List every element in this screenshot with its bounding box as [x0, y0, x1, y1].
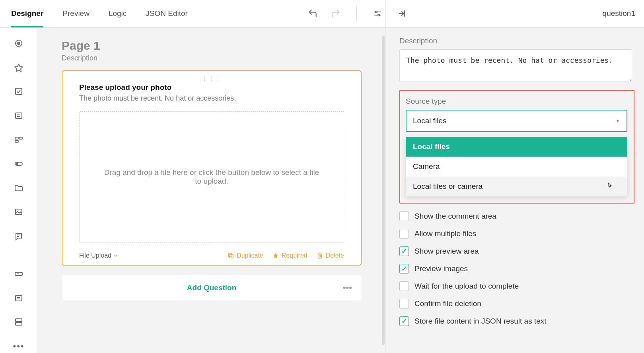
question-type-selector[interactable]: File Upload	[79, 252, 119, 259]
tool-tagbox[interactable]	[11, 133, 27, 147]
checkbox[interactable]	[399, 264, 409, 273]
duplicate-label: Duplicate	[237, 252, 263, 259]
checkbox-row[interactable]: Wait for the upload to complete	[399, 281, 634, 291]
add-question-button[interactable]: Add Question •••	[62, 275, 362, 301]
property-panel: Description Source type ▼ Local files Ca…	[385, 28, 644, 353]
option-local-files[interactable]: Local files	[406, 137, 627, 157]
question-card[interactable]: ⋮⋮⋮ Please upload your photo The photo m…	[62, 70, 362, 266]
dropdown-icon	[14, 111, 23, 120]
tool-multitext[interactable]	[11, 291, 27, 305]
separator	[356, 6, 357, 21]
redo-button[interactable]	[328, 6, 344, 21]
svg-marker-7	[15, 64, 23, 72]
page-description[interactable]: Description	[62, 54, 362, 62]
svg-rect-25	[16, 319, 22, 322]
question-title[interactable]: Please upload your photo	[79, 83, 344, 92]
checkbox-label: Store file content in JSON result as tex…	[414, 317, 547, 326]
top-bar: Designer Preview Logic JSON Editor quest…	[0, 0, 644, 28]
checkbox-label: Preview images	[414, 264, 468, 273]
duplicate-icon	[227, 252, 234, 259]
add-question-label: Add Question	[187, 283, 237, 292]
scrollbar[interactable]	[382, 36, 385, 345]
required-toggle[interactable]: Required	[272, 252, 307, 259]
star-icon	[14, 63, 23, 72]
tool-image[interactable]	[11, 205, 27, 219]
tool-comment[interactable]	[11, 229, 27, 243]
panel-icon	[14, 317, 23, 327]
redo-icon	[331, 8, 341, 19]
duplicate-button[interactable]: Duplicate	[227, 252, 263, 259]
tab-preview[interactable]: Preview	[62, 0, 89, 27]
checkbox[interactable]	[399, 229, 409, 239]
image-icon	[14, 207, 23, 217]
description-field-label: Description	[399, 37, 634, 45]
checkbox[interactable]	[399, 281, 409, 291]
checkbox-row[interactable]: Confirm file deletion	[399, 299, 634, 308]
dots-icon: •••	[13, 341, 24, 351]
checkbox[interactable]	[399, 211, 409, 221]
tool-singleinput[interactable]	[11, 267, 27, 281]
checkbox-row[interactable]: Show the comment area	[399, 211, 634, 221]
description-field[interactable]	[399, 49, 632, 82]
svg-rect-29	[318, 254, 321, 258]
checkbox-row[interactable]: Allow multiple files	[399, 229, 634, 239]
tool-panel[interactable]	[11, 315, 27, 329]
tool-boolean[interactable]	[11, 157, 27, 171]
svg-rect-8	[16, 88, 22, 95]
tool-checkbox[interactable]	[11, 85, 27, 99]
tab-logic[interactable]: Logic	[109, 0, 126, 27]
delete-button[interactable]: Delete	[316, 252, 344, 259]
checkbox-label: Show the comment area	[414, 212, 496, 221]
settings-button[interactable]	[370, 6, 385, 21]
comment-icon	[14, 231, 23, 241]
undo-button[interactable]	[305, 6, 321, 21]
tagbox-icon	[14, 135, 23, 144]
tab-json-editor[interactable]: JSON Editor	[146, 0, 188, 27]
question-type-label: File Upload	[79, 252, 111, 259]
question-description[interactable]: The photo must be recent. No hat or acce…	[79, 94, 344, 103]
chevron-down-icon	[113, 253, 119, 258]
top-actions	[305, 6, 385, 21]
checkbox-row[interactable]: Show preview area	[399, 246, 634, 256]
source-type-input[interactable]	[413, 116, 615, 125]
option-local-or-camera[interactable]: Local files or camera	[406, 176, 627, 196]
svg-point-6	[18, 42, 20, 45]
option-local-or-camera-label: Local files or camera	[413, 182, 483, 190]
checkbox[interactable]	[399, 316, 409, 326]
required-label: Required	[282, 252, 307, 259]
input-icon	[14, 270, 23, 278]
source-type-label: Source type	[406, 97, 627, 106]
toolbox-separator	[11, 255, 26, 255]
panel-header: question1	[385, 0, 644, 27]
checkbox-row[interactable]: Preview images	[399, 264, 634, 273]
svg-rect-27	[230, 254, 233, 258]
tool-file[interactable]	[11, 181, 27, 195]
svg-rect-13	[19, 137, 22, 139]
source-type-select[interactable]: ▼	[406, 110, 627, 132]
svg-point-3	[378, 14, 379, 16]
source-type-dropdown: Local files Camera Local files or camera	[406, 137, 627, 196]
checkbox-label: Show preview area	[414, 247, 479, 256]
page-title[interactable]: Page 1	[62, 39, 362, 52]
checkbox-label: Wait for the upload to complete	[414, 282, 519, 291]
file-dropzone[interactable]: Drag and drop a file here or click the b…	[79, 111, 344, 242]
folder-icon	[14, 183, 23, 193]
tool-dropdown[interactable]	[11, 109, 27, 123]
toggle-icon	[14, 159, 24, 169]
checkbox[interactable]	[399, 299, 409, 308]
selected-question-name: question1	[603, 9, 635, 18]
tool-radiogroup[interactable]	[11, 37, 27, 50]
checkbox-row[interactable]: Store file content in JSON result as tex…	[399, 316, 634, 326]
svg-rect-14	[15, 140, 18, 142]
tool-more[interactable]: •••	[11, 339, 27, 353]
checkbox[interactable]	[399, 246, 409, 256]
svg-rect-26	[16, 322, 22, 325]
collapse-panel-button[interactable]	[395, 6, 411, 21]
tool-rating[interactable]	[11, 61, 27, 75]
add-question-more[interactable]: •••	[343, 283, 352, 293]
designer-canvas[interactable]: Page 1 Description ⋮⋮⋮ Please upload you…	[38, 28, 385, 353]
option-camera[interactable]: Camera	[406, 157, 627, 176]
drag-handle-icon[interactable]: ⋮⋮⋮	[202, 75, 222, 81]
tab-designer[interactable]: Designer	[11, 0, 43, 27]
checkbox-list: Show the comment areaAllow multiple file…	[399, 211, 634, 326]
